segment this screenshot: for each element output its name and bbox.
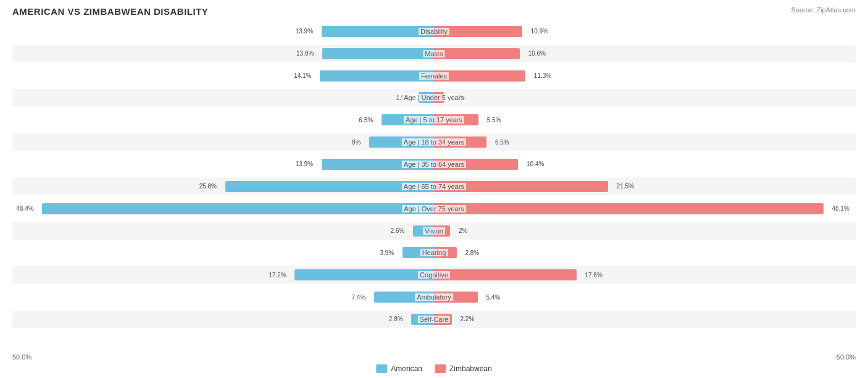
row-label: Age | 18 to 34 years	[402, 138, 466, 146]
american-value: 6.5%	[359, 117, 373, 124]
american-value: 2.6%	[390, 227, 404, 234]
bar-row-inner: 25.8%21.5%Age | 65 to 74 years	[12, 178, 856, 195]
legend: American Zimbabwean	[376, 364, 491, 373]
american-value: 13.8%	[296, 50, 314, 57]
zimbabwean-value: 11.3%	[534, 72, 551, 79]
bar-row: 48.4%48.1%Age | Over 75 years	[12, 200, 856, 217]
bar-row: 13.9%10.9%Disability	[12, 23, 856, 40]
bar-row-inner: 13.9%10.9%Disability	[12, 23, 856, 40]
bar-row-inner: 17.2%17.6%Cognitive	[12, 266, 856, 284]
bar-row-inner: 48.4%48.1%Age | Over 75 years	[12, 200, 856, 217]
american-value: 48.4%	[16, 205, 33, 212]
bar-row-inner: 1.9%1.2%Age | Under 5 years	[12, 89, 856, 106]
bar-row-inner: 2.6%2%Vision	[12, 222, 856, 240]
bar-row-inner: 8%6.5%Age | 18 to 34 years	[12, 133, 856, 151]
bar-row: 2.6%2%Vision	[12, 222, 856, 240]
bar-row: 8%6.5%Age | 18 to 34 years	[12, 133, 856, 151]
zimbabwean-value: 10.6%	[528, 50, 546, 57]
zimbabwean-bar	[434, 203, 824, 214]
legend-zimbabwean-label: Zimbabwean	[449, 364, 492, 373]
row-label: Hearing	[420, 249, 448, 256]
zimbabwean-value: 10.4%	[527, 161, 544, 167]
chart-title: AMERICAN VS ZIMBABWEAN DISABILITY	[12, 6, 856, 17]
row-label: Ambulatory	[415, 293, 453, 301]
bar-row: 14.1%11.3%Females	[12, 67, 856, 85]
bottom-labels: 50.0% 50.0%	[12, 353, 856, 361]
bar-row: 25.8%21.5%Age | 65 to 74 years	[12, 178, 856, 195]
zimbabwean-value: 2.8%	[465, 250, 479, 256]
row-label: Age | 5 to 17 years	[404, 116, 464, 124]
zimbabwean-value: 21.5%	[617, 183, 634, 190]
american-value: 2.8%	[389, 316, 403, 322]
zimbabwean-value: 5.5%	[487, 117, 501, 124]
bar-row: 7.4%5.4%Ambulatory	[12, 288, 856, 306]
row-label: Age | 65 to 74 years	[402, 183, 466, 190]
zimbabwean-color-box	[435, 364, 446, 373]
legend-zimbabwean: Zimbabwean	[435, 364, 492, 373]
bottom-right-label: 50.0%	[837, 353, 856, 361]
row-label: Cognitive	[418, 271, 450, 279]
legend-american-label: American	[391, 364, 422, 373]
bar-row: 17.2%17.6%Cognitive	[12, 266, 856, 284]
bar-row: 2.8%2.2%Self-Care	[12, 311, 856, 328]
row-label: Age | Over 75 years	[402, 205, 466, 212]
american-value: 7.4%	[352, 294, 366, 301]
american-value: 3.9%	[380, 250, 394, 256]
bar-row: 6.5%5.5%Age | 5 to 17 years	[12, 111, 856, 128]
row-label: Self-Care	[418, 316, 450, 323]
american-value: 8%	[352, 139, 361, 146]
source-text: Source: ZipAtlas.com	[791, 6, 856, 14]
row-label: Disability	[419, 28, 449, 35]
american-value: 17.2%	[269, 272, 286, 279]
bar-row-inner: 13.9%10.4%Age | 35 to 64 years	[12, 156, 856, 173]
american-bar	[42, 203, 434, 214]
bars-area: 13.9%10.9%Disability13.8%10.6%Males14.1%…	[12, 20, 856, 330]
zimbabwean-value: 10.9%	[531, 28, 548, 35]
legend-american: American	[376, 364, 422, 373]
american-bar	[322, 48, 434, 59]
bar-row-inner: 13.8%10.6%Males	[12, 45, 856, 62]
bar-row: 13.8%10.6%Males	[12, 45, 856, 62]
zimbabwean-value: 6.5%	[495, 139, 509, 146]
row-label: Age | 35 to 64 years	[402, 161, 466, 168]
bar-row-inner: 3.9%2.8%Hearing	[12, 244, 856, 261]
zimbabwean-value: 2%	[459, 227, 467, 234]
row-label: Vision	[423, 227, 445, 235]
row-label: Females	[419, 72, 449, 80]
bar-row: 13.9%10.4%Age | 35 to 64 years	[12, 156, 856, 173]
bar-row-inner: 6.5%5.5%Age | 5 to 17 years	[12, 111, 856, 128]
american-value: 13.9%	[296, 28, 313, 35]
american-value: 13.9%	[296, 161, 313, 167]
american-bar	[320, 70, 434, 82]
chart-container: AMERICAN VS ZIMBABWEAN DISABILITY Source…	[0, 0, 868, 378]
bottom-left-label: 50.0%	[12, 353, 31, 361]
american-value: 25.8%	[199, 183, 217, 190]
bar-row-inner: 2.8%2.2%Self-Care	[12, 311, 856, 328]
american-bar	[322, 26, 434, 37]
american-value: 14.1%	[294, 72, 311, 79]
bar-row-inner: 7.4%5.4%Ambulatory	[12, 288, 856, 306]
zimbabwean-value: 48.1%	[832, 205, 849, 212]
zimbabwean-bar	[434, 48, 520, 59]
row-label: Age | Under 5 years	[402, 94, 466, 101]
zimbabwean-bar	[434, 269, 577, 280]
american-bar	[294, 269, 434, 280]
zimbabwean-value: 2.2%	[461, 316, 475, 322]
zimbabwean-value: 5.4%	[486, 294, 500, 301]
zimbabwean-value: 17.6%	[585, 272, 602, 279]
american-color-box	[376, 364, 387, 373]
row-label: Males	[423, 50, 444, 57]
bar-row-inner: 14.1%11.3%Females	[12, 67, 856, 85]
bar-row: 3.9%2.8%Hearing	[12, 244, 856, 261]
bar-row: 1.9%1.2%Age | Under 5 years	[12, 89, 856, 106]
